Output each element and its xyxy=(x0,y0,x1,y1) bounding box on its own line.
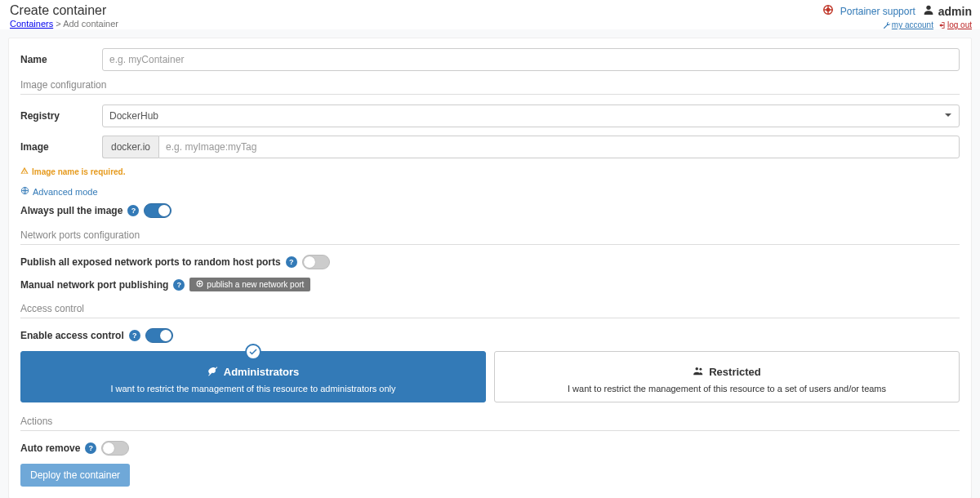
registry-label: Registry xyxy=(20,110,102,122)
enable-access-toggle[interactable] xyxy=(145,328,173,343)
publish-all-toggle[interactable] xyxy=(302,255,330,269)
image-name-input[interactable] xyxy=(158,136,960,158)
my-account-link[interactable]: my account xyxy=(883,20,933,29)
help-icon[interactable]: ? xyxy=(173,279,185,291)
auto-remove-toggle[interactable] xyxy=(101,441,129,456)
help-icon[interactable]: ? xyxy=(127,205,139,216)
auto-remove-label: Auto remove xyxy=(20,442,80,454)
name-label: Name xyxy=(20,54,102,65)
deploy-container-button[interactable]: Deploy the container xyxy=(20,464,130,487)
svg-point-1 xyxy=(826,8,830,11)
always-pull-toggle[interactable] xyxy=(144,203,172,218)
portainer-support-link[interactable]: Portainer support xyxy=(840,6,915,17)
check-icon xyxy=(245,344,261,360)
access-card-restricted[interactable]: Restricted I want to restrict the manage… xyxy=(494,351,960,402)
image-label: Image xyxy=(20,141,102,153)
logout-link[interactable]: log out xyxy=(938,20,972,29)
publish-port-button[interactable]: publish a new network port xyxy=(189,278,310,291)
svg-point-6 xyxy=(926,6,930,10)
logout-icon xyxy=(938,21,947,29)
help-icon[interactable]: ? xyxy=(286,256,297,268)
eye-off-icon xyxy=(207,365,219,379)
support-icon xyxy=(822,4,834,18)
globe-icon xyxy=(20,186,29,197)
svg-point-11 xyxy=(696,367,699,371)
wrench-icon xyxy=(883,21,891,29)
image-prefix: docker.io xyxy=(102,136,158,158)
help-icon[interactable]: ? xyxy=(129,330,140,341)
enable-access-label: Enable access control xyxy=(20,330,124,341)
manual-ports-label: Manual network port publishing xyxy=(20,279,168,291)
breadcrumb-current: Add container xyxy=(63,19,118,29)
registry-select[interactable]: DockerHub xyxy=(102,104,960,127)
section-actions: Actions xyxy=(20,416,960,431)
advanced-mode-link[interactable]: Advanced mode xyxy=(20,186,960,197)
access-card-admin-desc: I want to restrict the management of thi… xyxy=(29,384,477,394)
always-pull-label: Always pull the image xyxy=(20,205,122,216)
section-image-config: Image configuration xyxy=(20,79,960,95)
plus-icon xyxy=(196,280,203,289)
container-name-input[interactable] xyxy=(102,48,960,71)
help-icon[interactable]: ? xyxy=(85,442,96,454)
warning-icon xyxy=(20,167,29,176)
image-required-warning: Image name is required. xyxy=(20,167,960,176)
section-access-control: Access control xyxy=(20,303,960,318)
section-network-ports: Network ports configuration xyxy=(20,229,960,245)
access-card-administrators[interactable]: Administrators I want to restrict the ma… xyxy=(20,351,486,402)
users-icon xyxy=(693,365,704,379)
breadcrumb-containers-link[interactable]: Containers xyxy=(10,19,53,29)
user-icon xyxy=(922,3,935,19)
page-title: Create container xyxy=(10,3,822,18)
publish-all-label: Publish all exposed network ports to ran… xyxy=(20,256,281,268)
user-name: admin xyxy=(938,5,972,18)
breadcrumb: Containers > Add container xyxy=(10,19,822,29)
access-card-restricted-desc: I want to restrict the management of thi… xyxy=(503,384,951,394)
svg-point-12 xyxy=(700,368,702,371)
